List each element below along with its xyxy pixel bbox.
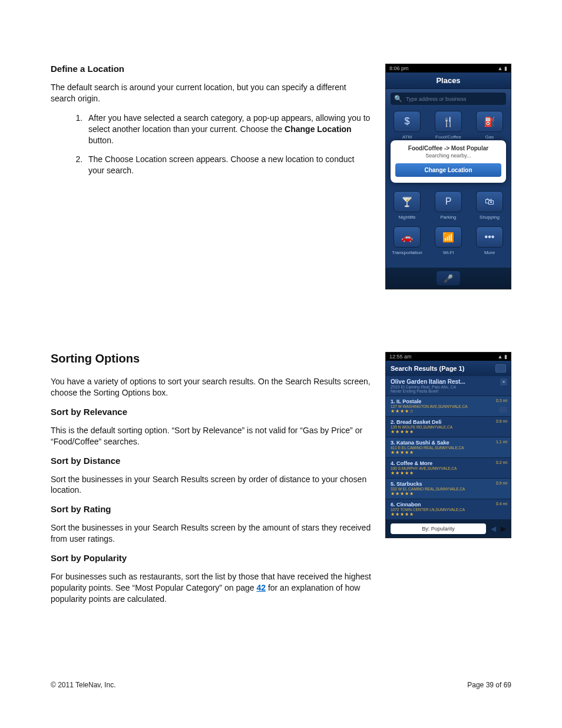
result-row[interactable]: 1. IL Postale127 W WASHINGTON AVE,SUNNYV… [386, 396, 511, 417]
cat-wifi[interactable]: 📶 Wi-Fi [431, 226, 466, 255]
result-name: 2. Bread Basket Deli [391, 419, 506, 425]
result-row[interactable]: 6. Cinnabon1072 TOWN CENTER LN,SUNNYVALE… [386, 499, 511, 520]
cat-food[interactable]: 🍴 Food/Coffee [431, 111, 466, 140]
sort-popularity-heading: Sort by Popularity [51, 553, 371, 563]
result-name: 5. Starbucks [391, 481, 506, 487]
sorting-options-intro: You have a variety of options to sort yo… [51, 376, 371, 398]
result-row[interactable]: 5. Starbucks332 W EL CAMINO REAL,SUNNYVA… [386, 479, 511, 499]
cat-transport-label: Transportation [389, 250, 425, 255]
bag-icon: 🛍 [476, 191, 503, 212]
sort-bar: By: Popularity ◀ ▶ [386, 520, 511, 538]
cat-parking[interactable]: P Parking [431, 191, 466, 220]
sort-popularity-body: For businesses such as restaurants, sort… [51, 571, 371, 605]
close-icon[interactable]: × [500, 378, 507, 386]
results-list: 1. IL Postale127 W WASHINGTON AVE,SUNNYV… [386, 396, 511, 520]
cat-nightlife-label: Nightlife [389, 215, 425, 220]
define-location-heading: Define a Location [51, 64, 371, 74]
search-popup: Food/Coffee -> Most Popular Searching ne… [391, 140, 506, 183]
mic-bar: 🎤 [386, 268, 511, 289]
result-name: 4. Coffee & More [391, 460, 506, 466]
sort-relevance-body: This is the default sorting option. “Sor… [51, 425, 371, 447]
cat-gas[interactable]: ⛽ Gas [472, 111, 507, 140]
car-icon: 🚗 [394, 226, 421, 248]
prev-arrow-icon[interactable]: ◀ [491, 525, 496, 533]
sponsor-address: 2515 El Camino Real, Palo Alto, CA [391, 385, 506, 389]
result-name: 3. Katana Sushi & Sake [391, 440, 506, 446]
places-screenshot: 8:06 pm ▲ ▮ Places 🔍 Type address or bus… [385, 64, 511, 289]
search-placeholder: Type address or business [406, 96, 467, 102]
result-row[interactable]: 4. Coffee & More100 S MURPHY AVE,SUNNYVA… [386, 458, 511, 479]
result-name: 6. Cinnabon [391, 502, 506, 508]
places-title: Places [386, 73, 511, 89]
search-bar: 🔍 Type address or business [386, 89, 511, 108]
next-arrow-icon[interactable]: ▶ [501, 525, 506, 533]
utensils-icon: 🍴 [435, 111, 462, 132]
sort-distance-body: Sort the businesses in your Search Resul… [51, 474, 371, 496]
sorting-options-heading: Sorting Options [51, 352, 371, 365]
category-grid: $ ATM 🍴 Food/Coffee ⛽ Gas Food/Coffee ->… [386, 108, 511, 268]
cat-atm[interactable]: $ ATM [389, 111, 425, 140]
result-stars: ★★★★★ [391, 512, 506, 517]
page-number: Page 39 of 69 [467, 681, 511, 689]
result-address: 332 W EL CAMINO REAL,SUNNYVALE,CA [391, 487, 506, 491]
glass-icon: 🍸 [394, 191, 421, 212]
sort-rating-body: Sort the businesses in your Search Resul… [51, 522, 371, 545]
cat-transport[interactable]: 🚗 Transportation [389, 226, 425, 255]
status-time-2: 12:55 am [389, 354, 412, 360]
result-row[interactable]: 2. Bread Basket Deli135 N WOLFE RD,SUNNY… [386, 417, 511, 437]
search-results-titlebar: Search Results (Page 1) [386, 361, 511, 376]
step-1: After you have selected a search categor… [85, 113, 371, 146]
mic-button[interactable]: 🎤 [437, 271, 460, 285]
cat-nightlife[interactable]: 🍸 Nightlife [389, 191, 425, 220]
search-input[interactable]: 🔍 Type address or business [391, 93, 506, 105]
change-location-button[interactable]: Change Location [395, 163, 501, 177]
define-location-steps: After you have selected a search categor… [51, 113, 371, 176]
result-address: 411 E EL CAMINO REAL,SUNNYVALE,CA [391, 446, 506, 450]
result-stars: ★★★★★ [391, 491, 506, 496]
page-footer: © 2011 TeleNav, Inc. Page 39 of 69 [51, 681, 511, 689]
cat-parking-label: Parking [431, 215, 466, 220]
cat-gas-label: Gas [472, 134, 507, 140]
wifi-icon: 📶 [435, 226, 462, 248]
cat-shopping-label: Shopping [472, 215, 507, 220]
page-42-link[interactable]: 42 [256, 583, 266, 592]
cat-shopping[interactable]: 🛍 Shopping [472, 191, 507, 220]
status-bar: 8:06 pm ▲ ▮ [386, 64, 511, 73]
result-name: 1. IL Postale [391, 398, 506, 404]
define-location-intro: The default search is around your curren… [51, 82, 371, 104]
signal-icon: ▲ ▮ [498, 65, 507, 71]
status-time: 8:06 pm [389, 65, 409, 71]
result-distance: 1.1 mi [496, 440, 507, 444]
result-address: 135 N WOLFE RD,SUNNYVALE,CA [391, 425, 506, 429]
result-distance: 0.3 mi [496, 398, 507, 403]
status-bar-2: 12:55 am ▲ ▮ [386, 353, 511, 361]
result-distance: 0.2 mi [496, 460, 507, 465]
more-icon: ••• [476, 226, 503, 248]
result-badge-icon [499, 407, 507, 413]
result-address: 127 W WASHINGTON AVE,SUNNYVALE,CA [391, 404, 506, 409]
result-address: 1072 TOWN CENTER LN,SUNNYVALE,CA [391, 508, 506, 512]
parking-icon: P [435, 191, 462, 212]
sponsor-name: Olive Garden Italian Rest... [391, 378, 506, 385]
dollar-icon: $ [394, 111, 421, 132]
sort-rating-heading: Sort by Rating [51, 504, 371, 514]
result-row[interactable]: 3. Katana Sushi & Sake411 E EL CAMINO RE… [386, 437, 511, 458]
result-distance: 0.9 mi [496, 481, 507, 485]
result-stars: ★★★★★ [391, 450, 506, 455]
cat-atm-label: ATM [389, 134, 425, 140]
cat-wifi-label: Wi-Fi [431, 250, 466, 255]
sort-selector[interactable]: By: Popularity [391, 523, 486, 534]
step-1-text-b: button. [88, 136, 114, 145]
map-icon[interactable] [495, 364, 506, 373]
popup-line1: Food/Coffee -> Most Popular [395, 145, 501, 151]
sponsored-result[interactable]: Olive Garden Italian Rest... 2515 El Cam… [386, 376, 511, 396]
sponsor-tagline: Never Ending Pasta Bowl! [391, 389, 506, 393]
gas-icon: ⛽ [476, 111, 503, 132]
result-distance: 0.8 mi [496, 419, 507, 423]
result-stars: ★★★★★ [391, 429, 506, 434]
search-results-title: Search Results (Page 1) [391, 365, 464, 372]
result-stars: ★★★★☆ [391, 409, 506, 414]
cat-more-label: More [472, 250, 507, 255]
cat-more[interactable]: ••• More [472, 226, 507, 255]
result-distance: 0.4 mi [496, 502, 507, 506]
